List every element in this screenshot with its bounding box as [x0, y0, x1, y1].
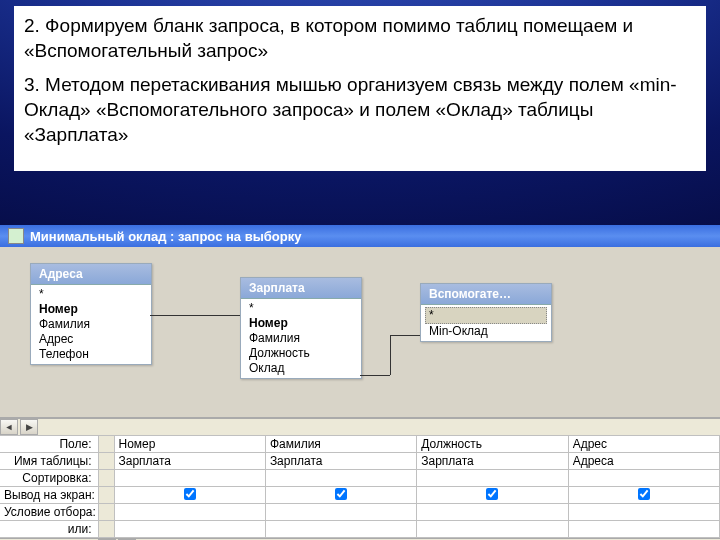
cell[interactable] — [417, 521, 568, 538]
table-salary[interactable]: Зарплата *НомерФамилияДолжностьОклад — [240, 277, 362, 379]
show-checkbox[interactable] — [265, 487, 416, 504]
cell[interactable]: Адрес — [568, 436, 719, 453]
cell[interactable]: Должность — [417, 436, 568, 453]
grid-label: Условие отбора: — [0, 504, 98, 521]
cell[interactable] — [417, 470, 568, 487]
cell[interactable] — [568, 521, 719, 538]
slide-text: 2. Формируем бланк запроса, в котором по… — [14, 6, 706, 171]
scroll-right-icon[interactable]: ▶ — [20, 419, 38, 435]
join-line[interactable] — [360, 375, 390, 376]
field[interactable]: Фамилия — [241, 331, 361, 346]
para-2: 2. Формируем бланк запроса, в котором по… — [24, 14, 696, 63]
table-header[interactable]: Вспомогате… — [421, 284, 551, 305]
cell[interactable] — [265, 521, 416, 538]
diagram-scrollbar[interactable]: ◄▶ — [0, 418, 720, 435]
grid-label: Сортировка: — [0, 470, 98, 487]
table-aux[interactable]: Вспомогате… *Min-Оклад — [420, 283, 552, 342]
query-grid: Поле:НомерФамилияДолжностьАдрес Имя табл… — [0, 435, 720, 540]
field[interactable]: Номер — [31, 302, 151, 317]
field[interactable]: Номер — [241, 316, 361, 331]
field[interactable]: Должность — [241, 346, 361, 361]
grid-label: Имя таблицы: — [0, 453, 98, 470]
join-line[interactable] — [150, 315, 240, 316]
show-checkbox[interactable] — [417, 487, 568, 504]
cell[interactable] — [568, 470, 719, 487]
cell[interactable] — [114, 470, 265, 487]
table-addresses[interactable]: Адреса *НомерФамилияАдресТелефон — [30, 263, 152, 365]
field[interactable]: Фамилия — [31, 317, 151, 332]
scroll-left-icon[interactable]: ◄ — [0, 419, 18, 435]
field[interactable]: Оклад — [241, 361, 361, 376]
relationship-pane[interactable]: Адреса *НомерФамилияАдресТелефон Зарплат… — [0, 247, 720, 418]
field[interactable]: * — [241, 301, 361, 316]
field[interactable]: * — [425, 307, 547, 324]
cell[interactable] — [417, 504, 568, 521]
join-line[interactable] — [390, 335, 420, 336]
field[interactable]: Min-Оклад — [421, 324, 551, 339]
grid-label: Поле: — [0, 436, 98, 453]
table-header[interactable]: Зарплата — [241, 278, 361, 299]
show-checkbox[interactable] — [568, 487, 719, 504]
cell[interactable]: Зарплата — [417, 453, 568, 470]
cell[interactable] — [114, 504, 265, 521]
window-titlebar[interactable]: Минимальный оклад : запрос на выборку — [0, 225, 720, 247]
cell[interactable]: Зарплата — [265, 453, 416, 470]
cell[interactable] — [265, 470, 416, 487]
field[interactable]: Адрес — [31, 332, 151, 347]
window-title: Минимальный оклад : запрос на выборку — [30, 229, 301, 244]
table-header[interactable]: Адреса — [31, 264, 151, 285]
cell[interactable]: Зарплата — [114, 453, 265, 470]
cell[interactable]: Номер — [114, 436, 265, 453]
query-design-window: Минимальный оклад : запрос на выборку Ад… — [0, 225, 720, 540]
para-3: 3. Методом перетаскивания мышью организу… — [24, 73, 696, 147]
cell[interactable] — [265, 504, 416, 521]
query-icon — [8, 228, 24, 244]
cell[interactable]: Адреса — [568, 453, 719, 470]
cell[interactable] — [568, 504, 719, 521]
cell[interactable] — [114, 521, 265, 538]
grid-label: Вывод на экран: — [0, 487, 98, 504]
cell[interactable]: Фамилия — [265, 436, 416, 453]
show-checkbox[interactable] — [114, 487, 265, 504]
field[interactable]: * — [31, 287, 151, 302]
grid-label: или: — [0, 521, 98, 538]
field[interactable]: Телефон — [31, 347, 151, 362]
join-line[interactable] — [390, 335, 391, 375]
